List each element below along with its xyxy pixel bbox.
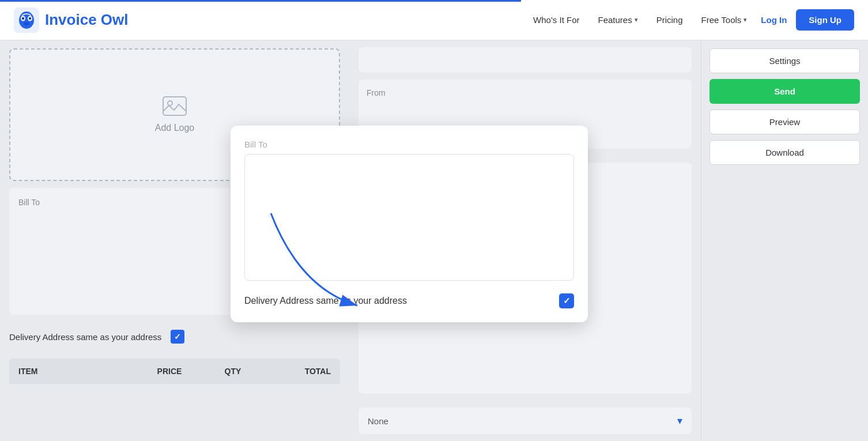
tooltip-delivery-checkbox[interactable]: [559, 293, 574, 308]
progress-bar: [0, 0, 868, 2]
invoice-number-field[interactable]: [358, 47, 692, 73]
owl-logo-icon: [14, 7, 39, 33]
tooltip-bill-to-label: Bill To: [244, 140, 574, 149]
features-chevron-icon: ▾: [635, 16, 638, 24]
th-item: ITEM: [18, 367, 135, 376]
preview-button[interactable]: Preview: [710, 110, 860, 134]
logo-text: Invoice Owl: [45, 11, 129, 29]
tooltip-delivery-row: Delivery Address same as your address: [244, 293, 574, 308]
svg-point-4: [22, 17, 24, 19]
settings-button[interactable]: Settings: [710, 48, 860, 73]
tooltip-bill-to-textarea[interactable]: [244, 154, 574, 281]
signup-button[interactable]: Sign Up: [796, 9, 854, 31]
action-buttons: Settings Send Preview Download: [710, 48, 860, 165]
nav-whos-it-for[interactable]: Who's It For: [533, 15, 579, 25]
th-price: PRICE: [135, 367, 204, 376]
svg-point-6: [24, 22, 29, 25]
nav-free-tools[interactable]: Free Tools ▾: [701, 15, 748, 25]
invoice-right-panel: Settings Send Preview Download: [701, 40, 868, 441]
login-button[interactable]: Log In: [761, 15, 787, 25]
nav-features[interactable]: Features ▾: [598, 15, 638, 25]
logo-area: Invoice Owl: [14, 7, 533, 33]
bill-to-tooltip-popup: Bill To Delivery Address same as your ad…: [231, 126, 588, 322]
th-qty: QTY: [204, 367, 262, 376]
none-dropdown-arrow-icon: ▾: [677, 414, 682, 427]
bill-to-label: Bill To: [18, 198, 40, 207]
delivery-address-checkbox[interactable]: [171, 330, 184, 344]
none-dropdown[interactable]: None ▾: [358, 408, 692, 434]
svg-rect-7: [163, 97, 186, 115]
svg-point-5: [29, 17, 31, 19]
logo-highlight: Owl: [101, 11, 129, 28]
image-placeholder-icon: [163, 96, 187, 116]
delivery-address-label: Delivery Address same as your address: [9, 332, 161, 342]
nav-actions: Log In Sign Up: [761, 9, 854, 31]
tooltip-delivery-label: Delivery Address same as your address: [244, 296, 407, 306]
table-header: ITEM PRICE QTY TOTAL: [9, 359, 340, 384]
send-button[interactable]: Send: [710, 79, 860, 104]
nav-pricing[interactable]: Pricing: [656, 15, 683, 25]
th-total: TOTAL: [262, 367, 331, 376]
logo-plain: Invoice: [45, 11, 101, 28]
nav-links: Who's It For Features ▾ Pricing Free Too…: [533, 15, 747, 25]
delivery-row: Delivery Address same as your address: [9, 322, 340, 352]
svg-point-8: [168, 101, 172, 105]
download-button[interactable]: Download: [710, 140, 860, 165]
navbar: Invoice Owl Who's It For Features ▾ Pric…: [0, 0, 868, 40]
logo-upload-label: Add Logo: [155, 123, 195, 133]
none-dropdown-label: None: [368, 416, 388, 426]
free-tools-chevron-icon: ▾: [744, 16, 747, 24]
from-label: From: [367, 88, 386, 97]
